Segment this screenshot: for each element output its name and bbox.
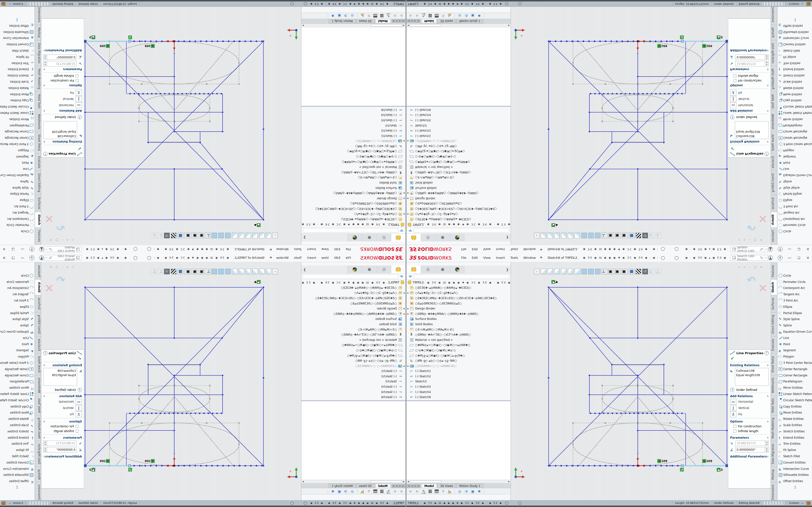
tool-move-entities[interactable]: Move Entities (777, 410, 812, 416)
cube-left-icon[interactable] (252, 233, 258, 238)
cube-top-icon[interactable] (568, 233, 573, 238)
menu-insert[interactable]: Insert (493, 255, 507, 261)
cube-front-icon[interactable] (266, 269, 271, 274)
tree-item[interactable]: ⌐(-) Sketch6 (406, 107, 511, 113)
grid-icon[interactable] (435, 14, 439, 17)
line-styles-icon[interactable] (428, 13, 433, 18)
tool-parallelogram[interactable]: Parallelogram (0, 122, 35, 129)
tree-item[interactable]: Solid Bodies (301, 180, 406, 185)
child-window-canvas[interactable] (406, 27, 511, 106)
cm-tab-features[interactable]: Features (35, 263, 41, 279)
infinite-length-option[interactable]: Infinite length (733, 74, 769, 77)
tree-item[interactable]: ✎○Ƨ·∩Ж▴ΑΜ○◦○ΜΑ▴Ж∩·Ƨ○ (406, 175, 511, 180)
confirmation-corner-cancel-icon[interactable]: ✕ (758, 212, 767, 225)
tree-item[interactable]: ∟○ИΝ◦ϱς◦▴◎○◦○◎▴◦ςϱ◦ΝИ○ (406, 358, 511, 363)
menu-view[interactable]: View (319, 255, 332, 261)
tree-canvas-splitter[interactable] (301, 106, 406, 107)
folder-check-icon[interactable]: ▣ (470, 489, 475, 494)
menu-file[interactable]: File (458, 255, 469, 261)
cube-dimetric-icon[interactable] (588, 233, 594, 238)
tool-stretch-entities[interactable]: Stretch Entities (0, 72, 35, 79)
tool-line[interactable]: Line (777, 166, 812, 172)
gear-check-icon[interactable]: ◎ (350, 13, 355, 18)
display-settings-icon[interactable]: ▣ (609, 233, 614, 238)
tool-fit-spline[interactable]: Fit Spline (0, 54, 35, 60)
tree-item[interactable]: ⌐(-) Sketch1 (406, 133, 511, 138)
tool-fit-spline[interactable]: Fit Spline (777, 447, 812, 453)
tool-convert-entities[interactable]: Convert Entities (0, 41, 35, 48)
relation-badge-equal[interactable]: 109 (145, 44, 155, 48)
cube-back-icon[interactable] (259, 269, 264, 274)
collapse-chevron-icon[interactable]: ∧ (43, 140, 45, 144)
tree-item[interactable]: ○✚Яςϱ·▴○Ж◉Ι○◦○Ι◉Ж○▴·ϱςЯ✚○ (406, 149, 511, 154)
cube-dimetric-icon[interactable] (218, 269, 224, 274)
vertical-icon[interactable]: | (730, 96, 737, 102)
options-header[interactable]: Options∧ (43, 84, 82, 87)
tool-3-point-arc[interactable]: 3 Point Arc (777, 297, 812, 304)
tool-linear-sketch-pattern[interactable]: Linear Sketch Pattern (0, 110, 35, 116)
display-style-icon[interactable]: ▣ (622, 233, 627, 238)
expand-chevron-icon[interactable]: ∨ (767, 455, 769, 458)
child-maximize-icon[interactable]: ▢ (55, 238, 58, 242)
tool-centerpoint-arc[interactable]: Centerpoint Arc (777, 285, 812, 291)
cube-back-icon[interactable] (548, 269, 553, 274)
cube-bottom-icon[interactable] (232, 233, 237, 238)
tool-corner-rectangle[interactable]: Corner Rectangle (777, 372, 812, 379)
tool-perimeter-circle[interactable]: Perimeter Circle (777, 279, 812, 285)
relation-badge-equal[interactable]: 109 (657, 459, 667, 463)
tool-circle[interactable]: Circle (777, 228, 812, 234)
expander-icon[interactable]: ▶ (402, 192, 406, 194)
ghost-perp-icon[interactable]: ⊥ (656, 233, 661, 238)
render-icon[interactable]: 🗈 (399, 489, 404, 494)
cm-tab-markup[interactable]: Markup (35, 25, 41, 41)
menu-tools[interactable]: Tools (507, 255, 520, 261)
display-style-icon[interactable]: ▣ (185, 233, 190, 238)
tool-trim-entities[interactable]: Trim Entities (0, 441, 35, 447)
tree-item[interactable]: ∟○ИΝ◦ϱς◦▴◎○◦○◎▴◦ςϱ◦ΝИ○ (301, 358, 406, 363)
cube-left-icon[interactable] (554, 233, 560, 238)
cube-iso-icon[interactable] (581, 233, 587, 238)
filter-arrows-icon[interactable]: ⇅ (367, 13, 371, 18)
child-window-canvas[interactable] (301, 27, 406, 106)
child-restore-icon[interactable]: ▫ (738, 238, 740, 242)
status-custom-dropdown[interactable]: Custom▴ (786, 2, 806, 6)
tool-extend-entities[interactable]: Extend Entities (777, 66, 812, 72)
child-restore-icon[interactable]: ▫ (738, 265, 740, 269)
filter-input[interactable] (414, 228, 509, 233)
folder-check-icon[interactable]: ▣ (470, 13, 475, 18)
tree-item[interactable]: ○·◎✚○Ж◉Ι○◦○Ι◉Ж○✚◎·○ (406, 154, 511, 159)
tree-item[interactable]: Σ○ƧИΝ◎◦✚Α∩°ƷЄ○◦○ЄƷ°∩Α✚◦◎ΝИƧ○ (406, 170, 511, 175)
tree-item[interactable]: ⌐(-) Sketch2 (406, 128, 511, 133)
for-construction-option[interactable]: For construction (733, 425, 769, 428)
expand-chevron-icon[interactable]: ∨ (767, 49, 769, 52)
expand-chevron-icon[interactable]: ∨ (43, 49, 45, 52)
mm-nav-button[interactable]: ▶ (414, 484, 417, 488)
relation-item[interactable]: Equal length109 (736, 373, 767, 377)
scrollbar-thumb[interactable] (371, 24, 402, 26)
tool-mirror-entities[interactable]: Mirror Entities (777, 116, 812, 122)
horizontal-scrollbar[interactable]: ◀ ▶ (406, 480, 511, 483)
photo-icon[interactable]: 🗉 (415, 489, 419, 494)
tool-point[interactable]: Point (0, 341, 35, 347)
tool-trim-entities[interactable]: Trim Entities (777, 441, 812, 447)
save-icon[interactable] (177, 269, 183, 274)
tool-sketch-fillet[interactable]: Sketch Fillet (777, 453, 812, 459)
angle-field[interactable]: 0.00000000° (47, 447, 77, 452)
checkbox[interactable] (75, 79, 79, 82)
mm-nav-button[interactable]: |◀ (402, 484, 405, 488)
length-spinner[interactable]: ▲▼ (43, 441, 47, 446)
cm-tab-sheet-metal[interactable]: Sheet Metal (771, 132, 777, 154)
length-field[interactable]: 10.88152731 (735, 61, 765, 66)
relation-badge-equal[interactable]: 109 (657, 44, 667, 48)
relation-badge-equal[interactable]: 109 (100, 44, 110, 48)
tree-item[interactable]: ○·◎✚○Ж◉Ι○◦○Ι◉Ж○✚◎·○ (301, 348, 406, 353)
collapse-chevron-icon[interactable]: ∧ (43, 68, 45, 71)
minimize-button[interactable]: — (788, 247, 792, 251)
cm-tab-data-migration[interactable]: Data Migration (771, 441, 777, 466)
tools-more-chevron[interactable]: « « (15, 2, 19, 37)
tool-3-point-arc[interactable]: 3 Point Arc (0, 297, 35, 304)
cube-trimetric-icon[interactable] (211, 233, 217, 238)
child-new-icon[interactable]: ▫ (66, 238, 68, 242)
cube-front-icon[interactable] (266, 233, 271, 238)
cm-tab-data-migration[interactable]: Data Migration (771, 40, 777, 66)
